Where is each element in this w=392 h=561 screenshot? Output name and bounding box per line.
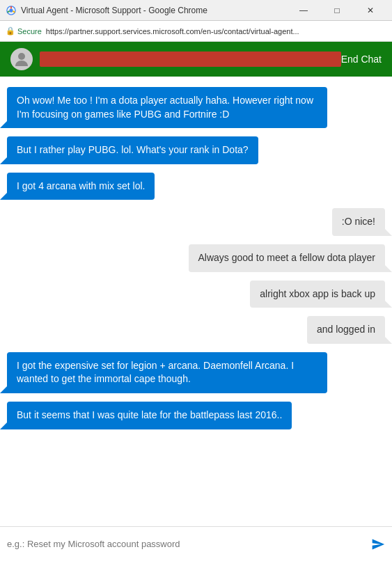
- title-bar: Virtual Agent - Microsoft Support - Goog…: [0, 0, 392, 21]
- minimize-button[interactable]: —: [288, 0, 320, 21]
- message-row: Always good to meet a fellow dota player: [189, 244, 385, 272]
- input-area: [0, 526, 392, 561]
- chat-header: End Chat: [0, 42, 392, 77]
- address-bar: 🔒 Secure https://partner.support.service…: [0, 21, 392, 42]
- message-row: But it seems that I was quite late for t…: [7, 402, 292, 429]
- window-controls: — □ ✕: [288, 0, 386, 21]
- message-row: alright xbox app is back up: [250, 280, 385, 308]
- user-bubble: and logged in: [307, 316, 385, 344]
- secure-badge: 🔒 Secure: [6, 26, 42, 35]
- agent-bubble: I got the expensive set for legion + arc…: [7, 352, 327, 393]
- maximize-button[interactable]: □: [321, 0, 353, 21]
- svg-line-4: [8, 10, 10, 12]
- svg-point-5: [18, 53, 25, 60]
- close-button[interactable]: ✕: [354, 0, 386, 21]
- secure-label: Secure: [17, 27, 42, 35]
- svg-line-3: [13, 10, 15, 12]
- agent-bubble: But I rather play PUBG. lol. What's your…: [7, 136, 258, 164]
- avatar: [10, 48, 33, 70]
- svg-point-1: [9, 8, 13, 12]
- user-name: [40, 52, 341, 67]
- user-bubble: Always good to meet a fellow dota player: [189, 244, 385, 272]
- message-row: :O nice!: [332, 208, 385, 236]
- agent-bubble: I got 4 arcana with mix set lol.: [7, 173, 155, 200]
- user-bubble: alright xbox app is back up: [250, 280, 385, 308]
- message-row: Oh wow! Me too ! I'm a dota player actua…: [7, 87, 327, 128]
- end-chat-button[interactable]: End Chat: [341, 54, 382, 65]
- agent-bubble: But it seems that I was quite late for t…: [7, 402, 292, 429]
- chat-input[interactable]: [7, 539, 366, 549]
- chat-messages: Oh wow! Me too ! I'm a dota player actua…: [0, 77, 392, 526]
- lock-icon: 🔒: [6, 26, 15, 35]
- window-title: Virtual Agent - Microsoft Support - Goog…: [21, 6, 288, 15]
- message-row: But I rather play PUBG. lol. What's your…: [7, 136, 258, 164]
- chrome-icon: [6, 5, 17, 16]
- agent-bubble: Oh wow! Me too ! I'm a dota player actua…: [7, 87, 327, 128]
- user-bubble: :O nice!: [332, 208, 385, 236]
- url-bar[interactable]: https://partner.support.services.microso…: [46, 27, 386, 35]
- message-row: and logged in: [307, 316, 385, 344]
- send-button[interactable]: [371, 537, 385, 551]
- message-row: I got 4 arcana with mix set lol.: [7, 173, 155, 200]
- message-row: I got the expensive set for legion + arc…: [7, 352, 327, 393]
